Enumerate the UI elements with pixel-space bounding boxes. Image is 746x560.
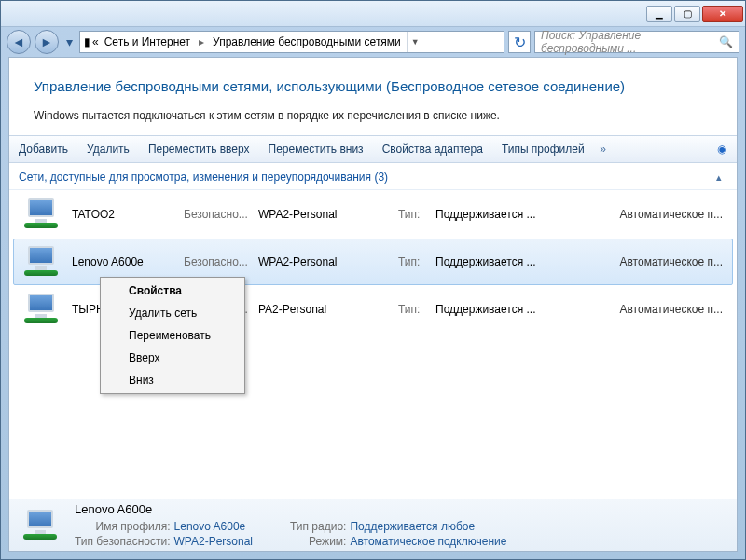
type-value: Поддерживается ...	[435, 255, 575, 268]
type-label: Тип:	[398, 255, 435, 268]
details-pane: Lenovo A600e Имя профиля: Lenovo A600e Т…	[9, 499, 737, 551]
minimize-button[interactable]: ▁	[646, 6, 672, 22]
menu-properties[interactable]: Свойства	[103, 280, 242, 302]
back-icon: ◄	[12, 34, 25, 49]
help-button[interactable]: ◉	[714, 143, 737, 156]
close-button[interactable]: ✕	[702, 6, 743, 22]
refresh-button[interactable]: ↻	[508, 31, 531, 53]
profile-name-value: Lenovo A600e	[174, 520, 253, 533]
forward-button[interactable]: ►	[35, 30, 59, 54]
network-icon	[24, 246, 62, 278]
minimize-icon: ▁	[656, 8, 663, 19]
auto-value: Автоматическое п...	[575, 303, 732, 316]
crumb-wireless[interactable]: Управление беспроводными сетями	[209, 34, 405, 50]
move-up-button[interactable]: Переместить вверх	[139, 136, 259, 162]
mode-label: Режим:	[290, 535, 346, 548]
profile-types-button[interactable]: Типы профилей	[492, 136, 594, 162]
security-type-value: WPA2-Personal	[174, 535, 253, 548]
back-button[interactable]: ◄	[7, 30, 31, 54]
group-header[interactable]: Сети, доступные для просмотра, изменения…	[9, 163, 737, 190]
search-input[interactable]: Поиск: Управление беспроводными ... 🔍	[534, 31, 739, 53]
forward-icon: ►	[40, 34, 53, 49]
type-label: Тип:	[398, 208, 435, 221]
crumb-network[interactable]: Сеть и Интернет	[101, 34, 194, 50]
search-icon: 🔍	[719, 35, 733, 48]
window: ▁ ▢ ✕ ◄ ► ▾ ▮ « Сеть и Интернет ▸ Управл…	[0, 0, 746, 560]
group-header-text: Сети, доступные для просмотра, изменения…	[19, 171, 388, 184]
network-name: TATOO2	[72, 208, 184, 221]
auto-value: Автоматическое п...	[575, 208, 732, 221]
security-label: Безопасно...	[184, 255, 258, 268]
network-icon	[23, 510, 61, 541]
type-value: Поддерживается ...	[435, 303, 575, 316]
menu-move-up[interactable]: Вверх	[103, 347, 242, 369]
type-value: Поддерживается ...	[435, 208, 575, 221]
close-icon: ✕	[719, 8, 726, 19]
help-icon: ◉	[717, 143, 726, 156]
history-dropdown[interactable]: ▾	[62, 33, 76, 51]
context-menu: Свойства Удалить сеть Переименовать Ввер…	[100, 277, 245, 394]
security-value: WPA2-Personal	[258, 255, 398, 268]
search-placeholder: Поиск: Управление беспроводными ...	[541, 29, 713, 55]
network-name: Lenovo A600e	[72, 255, 184, 268]
network-icon	[24, 198, 62, 230]
address-bar: ◄ ► ▾ ▮ « Сеть и Интернет ▸ Управление б…	[1, 27, 745, 57]
radio-type-value: Поддерживается любое	[350, 520, 506, 533]
menu-rename[interactable]: Переименовать	[103, 324, 242, 347]
titlebar: ▁ ▢ ✕	[1, 1, 745, 27]
menu-move-down[interactable]: Вниз	[103, 369, 242, 391]
security-type-label: Тип безопасности:	[75, 535, 171, 548]
add-button[interactable]: Добавить	[9, 136, 77, 162]
type-label: Тип:	[398, 303, 435, 316]
breadcrumb-dropdown[interactable]: ▼	[407, 32, 423, 52]
bars-icon: ▮	[84, 35, 90, 48]
network-row[interactable]: TATOO2 Безопасно... WPA2-Personal Тип: П…	[13, 191, 733, 238]
network-icon	[24, 294, 62, 325]
chevron-down-icon: ▾	[66, 34, 73, 49]
auto-value: Автоматическое п...	[575, 255, 732, 268]
chevrons-icon: «	[92, 35, 99, 48]
adapter-properties-button[interactable]: Свойства адаптера	[373, 136, 492, 162]
security-value: PA2-Personal	[258, 303, 398, 316]
overflow-button[interactable]: »	[594, 143, 613, 156]
security-value: WPA2-Personal	[258, 208, 398, 221]
page-title: Управление беспроводными сетями, использ…	[9, 58, 737, 103]
breadcrumb[interactable]: ▮ « Сеть и Интернет ▸ Управление беспров…	[79, 31, 504, 53]
chevron-right-icon: ▸	[196, 35, 207, 48]
command-bar: Добавить Удалить Переместить вверх Перем…	[9, 135, 737, 163]
maximize-icon: ▢	[684, 8, 692, 19]
security-label: Безопасно...	[184, 208, 258, 221]
profile-name-label: Имя профиля:	[75, 520, 171, 533]
move-down-button[interactable]: Переместить вниз	[259, 136, 373, 162]
delete-button[interactable]: Удалить	[77, 136, 139, 162]
refresh-icon: ↻	[514, 34, 526, 51]
page-description: Windows пытается подключаться к этим сет…	[9, 103, 737, 135]
collapse-icon[interactable]: ▴	[716, 171, 727, 184]
mode-value: Автоматическое подключение	[350, 535, 506, 548]
details-title: Lenovo A600e	[75, 502, 253, 516]
radio-type-label: Тип радио:	[290, 520, 346, 533]
maximize-button[interactable]: ▢	[674, 6, 700, 22]
menu-delete-network[interactable]: Удалить сеть	[103, 302, 242, 324]
